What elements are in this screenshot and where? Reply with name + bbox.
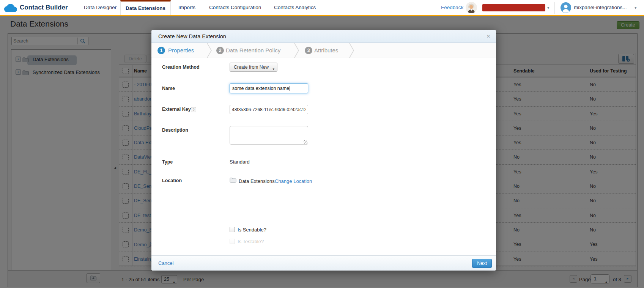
step-chevron-icon <box>349 43 354 59</box>
description-label: Description <box>162 127 188 133</box>
top-navbar: Contact Builder Data Designer Data Exten… <box>0 0 644 16</box>
next-button[interactable]: Next <box>472 259 492 268</box>
modal-header: Create New Data Extension × <box>151 30 496 43</box>
name-value: some data extension name <box>232 86 289 91</box>
external-key-input[interactable] <box>230 105 308 114</box>
name-label: Name <box>162 86 175 91</box>
step-2-badge: 2 <box>216 47 224 54</box>
nav-item-imports[interactable]: Imports <box>178 0 195 15</box>
account-caret-down-icon[interactable]: ▾ <box>635 0 637 15</box>
navbar-divider <box>554 2 555 14</box>
step-properties[interactable]: Properties <box>168 43 194 58</box>
redacted-badge <box>482 4 545 11</box>
type-label: Type <box>162 159 173 165</box>
modal-title: Create New Data Extension <box>158 30 226 43</box>
text-cursor <box>290 86 290 91</box>
folder-icon <box>230 178 236 184</box>
description-field <box>230 126 308 145</box>
nav-item-contacts-analytics[interactable]: Contacts Analytics <box>274 0 316 15</box>
help-icon[interactable]: ? <box>191 107 196 112</box>
create-data-extension-modal: Create New Data Extension × 1 Properties… <box>151 30 496 271</box>
creation-method-dropdown[interactable]: Create from New ▾ <box>230 63 277 72</box>
account-menu[interactable]: mixpanel-integrations... <box>574 0 627 15</box>
is-testable-label: Is Testable? <box>238 239 264 244</box>
location-value: Data Extensions <box>239 178 275 184</box>
nav-item-data-designer[interactable]: Data Designer <box>84 0 117 15</box>
modal-footer: Cancel Next <box>151 255 496 271</box>
screen: Contact Builder Data Designer Data Exten… <box>0 0 644 288</box>
is-sendable-label[interactable]: Is Sendable? <box>238 227 266 233</box>
step-data-retention-policy[interactable]: Data Retention Policy <box>226 43 280 58</box>
einstein-avatar[interactable] <box>466 2 477 15</box>
is-sendable-checkbox[interactable] <box>230 227 235 232</box>
cancel-link[interactable]: Cancel <box>158 256 173 271</box>
close-icon[interactable]: × <box>485 33 492 40</box>
change-location-link[interactable]: Change Location <box>275 178 312 184</box>
step-1-badge: 1 <box>157 47 165 54</box>
feedback-link[interactable]: Feedback <box>441 0 463 15</box>
cloud-logo-icon <box>4 3 17 14</box>
location-label: Location <box>162 178 182 183</box>
is-testable-checkbox <box>230 239 235 244</box>
caret-down-icon: ▾ <box>273 65 275 73</box>
description-textarea[interactable] <box>230 126 308 145</box>
page-content: Data Extensions Create › Data Extensions… <box>0 16 644 288</box>
type-value: Standard <box>230 159 250 165</box>
name-input[interactable]: some data extension name <box>230 83 308 93</box>
user-avatar-icon[interactable] <box>561 2 571 14</box>
nav-item-data-extensions[interactable]: Data Extensions <box>120 0 171 15</box>
wizard-steps: 1 Properties 2 Data Retention Policy 3 A… <box>151 43 496 58</box>
caret-down-icon[interactable]: ▾ <box>547 0 550 15</box>
resize-grip-icon[interactable] <box>304 140 307 144</box>
creation-method-value: Create from New <box>234 65 269 70</box>
creation-method-label: Creation Method <box>162 65 200 70</box>
external-key-label: External Key <box>162 107 191 112</box>
modal-body: Creation Method Create from New ▾ Name s… <box>151 58 496 255</box>
step-chevron-icon <box>207 43 212 59</box>
step-3-badge: 3 <box>305 47 312 54</box>
nav-item-contacts-configuration[interactable]: Contacts Configuration <box>209 0 261 15</box>
step-chevron-icon <box>294 43 299 59</box>
step-attributes[interactable]: Attributes <box>314 43 338 58</box>
app-title: Contact Builder <box>20 0 68 15</box>
